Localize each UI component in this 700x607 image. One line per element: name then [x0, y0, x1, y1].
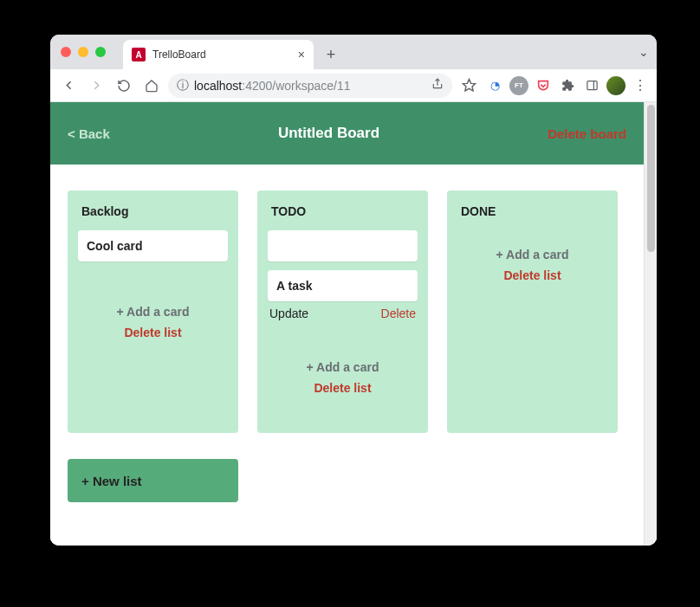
- update-card-button[interactable]: Update: [269, 307, 308, 320]
- card-actions: Update Delete: [268, 307, 418, 326]
- card[interactable]: Cool card: [78, 230, 228, 262]
- scrollbar-thumb[interactable]: [647, 105, 655, 252]
- back-link[interactable]: < Back: [68, 126, 110, 141]
- lists-row: Backlog Cool card + Add a card Delete li…: [50, 165, 644, 433]
- sidepanel-icon[interactable]: [582, 76, 601, 95]
- delete-board-button[interactable]: Delete board: [548, 126, 626, 141]
- delete-list-button[interactable]: Delete list: [78, 326, 228, 339]
- svg-rect-2: [587, 81, 596, 90]
- app-content: < Back Untitled Board Delete board Backl…: [50, 102, 644, 546]
- add-card-button[interactable]: + Add a card: [268, 360, 418, 374]
- board-header: < Back Untitled Board Delete board: [50, 102, 644, 165]
- share-icon[interactable]: [431, 78, 444, 93]
- browser-tab[interactable]: A TrelloBoard ×: [123, 40, 314, 69]
- close-window-button[interactable]: [61, 47, 71, 57]
- list-title: TODO: [268, 204, 418, 218]
- menu-icon[interactable]: ⋮: [631, 77, 650, 94]
- tab-bar: A TrelloBoard × + ⌄: [50, 35, 657, 69]
- list-todo: TODO A task Update Delete + Add a card D…: [257, 190, 428, 433]
- nav-bar: ⓘ localhost:4200/workspace/11 ◔ FT ⋮: [50, 69, 657, 102]
- profile-avatar[interactable]: [606, 76, 625, 95]
- list-done: DONE + Add a card Delete list: [447, 190, 618, 433]
- list-footer: + Add a card Delete list: [457, 248, 607, 282]
- card-editing[interactable]: A task: [268, 270, 418, 301]
- pocket-icon[interactable]: [534, 76, 553, 95]
- list-footer: + Add a card Delete list: [268, 360, 418, 395]
- add-card-button[interactable]: + Add a card: [457, 248, 607, 262]
- new-card-input[interactable]: [268, 230, 418, 262]
- delete-card-button[interactable]: Delete: [381, 307, 416, 320]
- list-title: Backlog: [78, 204, 228, 218]
- url-text: localhost:4200/workspace/11: [194, 79, 351, 93]
- extensions-icon[interactable]: [558, 76, 577, 95]
- maximize-window-button[interactable]: [95, 47, 106, 57]
- scrollbar[interactable]: [644, 102, 657, 546]
- extension-icon-2[interactable]: FT: [509, 76, 528, 95]
- window-controls: [61, 35, 106, 69]
- tab-title: TrelloBoard: [152, 48, 206, 61]
- list-backlog: Backlog Cool card + Add a card Delete li…: [68, 190, 238, 433]
- forward-icon: [85, 74, 107, 97]
- extension-icon-1[interactable]: ◔: [485, 76, 504, 95]
- delete-list-button[interactable]: Delete list: [457, 268, 607, 282]
- viewport: < Back Untitled Board Delete board Backl…: [50, 102, 657, 546]
- delete-list-button[interactable]: Delete list: [268, 381, 418, 395]
- home-icon[interactable]: [140, 74, 163, 97]
- close-tab-icon[interactable]: ×: [298, 48, 305, 61]
- tabs-dropdown-icon[interactable]: ⌄: [631, 35, 657, 69]
- site-info-icon[interactable]: ⓘ: [177, 78, 189, 94]
- reload-icon[interactable]: [113, 74, 135, 97]
- list-footer: + Add a card Delete list: [78, 305, 228, 339]
- browser-window: A TrelloBoard × + ⌄ ⓘ localhost:4200/wor…: [50, 35, 657, 546]
- new-tab-button[interactable]: +: [319, 42, 343, 67]
- minimize-window-button[interactable]: [78, 47, 88, 57]
- angular-favicon-icon: A: [132, 48, 146, 61]
- svg-marker-1: [463, 79, 475, 90]
- back-icon[interactable]: [57, 74, 80, 97]
- url-bar[interactable]: ⓘ localhost:4200/workspace/11: [168, 74, 452, 98]
- new-list-button[interactable]: + New list: [68, 459, 238, 502]
- add-card-button[interactable]: + Add a card: [78, 305, 228, 319]
- list-title: DONE: [457, 204, 607, 218]
- board-title: Untitled Board: [278, 125, 379, 142]
- star-icon[interactable]: [457, 74, 480, 97]
